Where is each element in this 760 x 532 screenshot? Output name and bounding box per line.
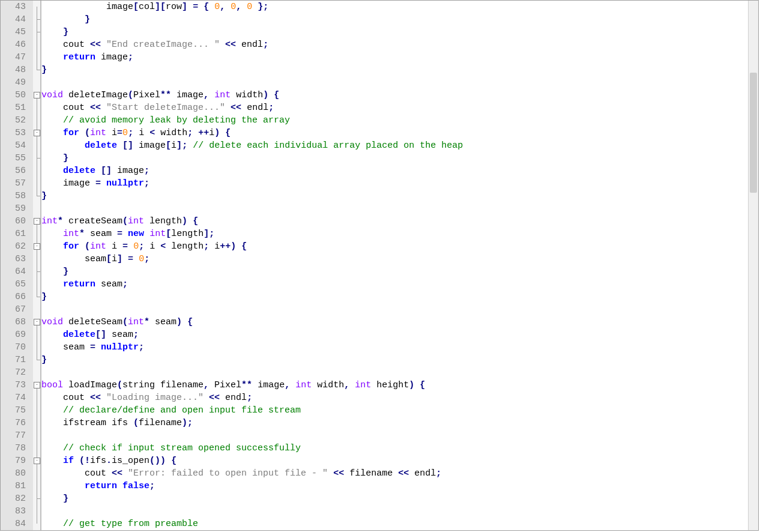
code-line[interactable]: } [41, 13, 748, 26]
code-line[interactable]: return seam; [41, 278, 748, 291]
code-line[interactable]: return false; [41, 480, 748, 492]
line-number: 60 [1, 215, 33, 228]
line-number: 67 [1, 303, 33, 316]
code-line[interactable]: void deleteSeam(int* seam) { [41, 316, 748, 328]
line-number: 47 [1, 51, 33, 64]
code-line[interactable]: } [41, 152, 748, 165]
code-line[interactable]: delete [] image; [41, 165, 748, 177]
vertical-scrollbar[interactable] [748, 1, 758, 530]
line-number: 64 [1, 265, 33, 278]
code-line[interactable]: } [41, 492, 748, 505]
line-number: 65 [1, 278, 33, 291]
code-line[interactable]: } [41, 64, 748, 76]
code-line[interactable]: cout << "Start deleteImage..." << endl; [41, 101, 748, 114]
fold-toggle[interactable]: - [34, 319, 40, 325]
code-line[interactable] [41, 366, 748, 379]
code-line[interactable]: image = nullptr; [41, 177, 748, 190]
line-number: 45 [1, 26, 33, 38]
line-number: 43 [1, 1, 33, 13]
code-line[interactable]: for (int i=0; i < width; ++i) { [41, 127, 748, 139]
code-area[interactable]: image[col][row] = { 0, 0, 0 }; } } cout … [41, 1, 748, 530]
code-line[interactable] [41, 505, 748, 518]
line-number: 69 [1, 328, 33, 341]
code-line[interactable]: seam = nullptr; [41, 341, 748, 354]
code-line[interactable]: } [41, 291, 748, 303]
code-line[interactable]: delete [] image[i]; // delete each indiv… [41, 139, 748, 152]
code-line[interactable]: ifstream ifs (filename); [41, 417, 748, 429]
line-number-gutter: 4344454647484950515253545556575859606162… [1, 1, 33, 530]
fold-toggle[interactable]: - [34, 218, 40, 225]
scrollbar-thumb[interactable] [750, 73, 757, 193]
line-number: 83 [1, 505, 33, 518]
line-number: 50 [1, 89, 33, 101]
fold-toggle[interactable]: - [34, 458, 40, 464]
line-number: 68 [1, 316, 33, 328]
line-number: 75 [1, 404, 33, 417]
line-number: 57 [1, 177, 33, 190]
line-number: 63 [1, 253, 33, 265]
line-number: 51 [1, 101, 33, 114]
line-number: 79 [1, 455, 33, 467]
line-number: 52 [1, 114, 33, 127]
line-number: 70 [1, 341, 33, 354]
fold-toggle[interactable]: - [34, 92, 40, 98]
code-line[interactable]: // check if input stream opened successf… [41, 442, 748, 455]
line-number: 78 [1, 442, 33, 455]
code-line[interactable]: cout << "Loading image..." << endl; [41, 391, 748, 404]
code-line[interactable] [41, 202, 748, 215]
code-line[interactable]: int* createSeam(int length) { [41, 215, 748, 228]
code-line[interactable]: int* seam = new int[length]; [41, 228, 748, 240]
code-line[interactable] [41, 429, 748, 442]
code-line[interactable]: image[col][row] = { 0, 0, 0 }; [41, 1, 748, 13]
code-line[interactable]: // avoid memory leak by deleting the arr… [41, 114, 748, 127]
line-number: 59 [1, 202, 33, 215]
line-number: 71 [1, 354, 33, 366]
code-line[interactable]: if (!ifs.is_open()) { [41, 455, 748, 467]
line-number: 46 [1, 38, 33, 51]
line-number: 49 [1, 76, 33, 89]
line-number: 55 [1, 152, 33, 165]
code-line[interactable]: // declare/define and open input file st… [41, 404, 748, 417]
line-number: 61 [1, 228, 33, 240]
fold-toggle[interactable]: - [34, 130, 40, 136]
fold-toggle[interactable]: - [34, 382, 40, 388]
line-number: 84 [1, 518, 33, 530]
line-number: 66 [1, 291, 33, 303]
code-line[interactable]: } [41, 190, 748, 202]
line-number: 82 [1, 492, 33, 505]
code-line[interactable]: void deleteImage(Pixel** image, int widt… [41, 89, 748, 101]
line-number: 74 [1, 391, 33, 404]
line-number: 53 [1, 127, 33, 139]
code-line[interactable]: for (int i = 0; i < length; i++) { [41, 240, 748, 253]
code-line[interactable] [41, 76, 748, 89]
line-number: 62 [1, 240, 33, 253]
line-number: 54 [1, 139, 33, 152]
code-line[interactable]: return image; [41, 51, 748, 64]
code-line[interactable]: } [41, 354, 748, 366]
line-number: 58 [1, 190, 33, 202]
code-line[interactable]: cout << "Error: failed to open input fil… [41, 467, 748, 480]
code-line[interactable]: cout << "End createImage... " << endl; [41, 38, 748, 51]
fold-margin[interactable]: ------- [33, 1, 41, 530]
line-number: 56 [1, 165, 33, 177]
code-line[interactable] [41, 303, 748, 316]
line-number: 77 [1, 429, 33, 442]
fold-toggle[interactable]: - [34, 243, 40, 250]
line-number: 80 [1, 467, 33, 480]
code-editor[interactable]: 4344454647484950515253545556575859606162… [0, 0, 759, 531]
line-number: 44 [1, 13, 33, 26]
code-line[interactable]: seam[i] = 0; [41, 253, 748, 265]
code-line[interactable]: } [41, 26, 748, 38]
line-number: 72 [1, 366, 33, 379]
line-number: 81 [1, 480, 33, 492]
code-line[interactable]: } [41, 265, 748, 278]
line-number: 73 [1, 379, 33, 391]
code-line[interactable]: // get type from preamble [41, 518, 748, 530]
code-line[interactable]: delete[] seam; [41, 328, 748, 341]
code-line[interactable]: bool loadImage(string filename, Pixel** … [41, 379, 748, 391]
line-number: 48 [1, 64, 33, 76]
line-number: 76 [1, 417, 33, 429]
